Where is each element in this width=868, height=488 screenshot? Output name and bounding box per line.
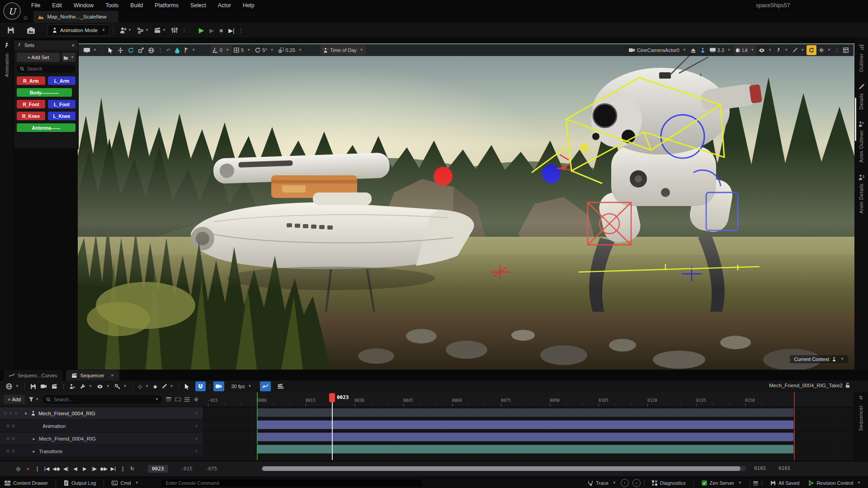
- cine-camera-dropdown[interactable]: CineCameraActor0 ▼: [627, 45, 688, 55]
- dock-tab-outliner[interactable]: Outliner: [859, 44, 864, 72]
- track-list-view-icon[interactable]: [184, 397, 190, 402]
- set-button-l-knee[interactable]: L_Knee: [48, 112, 75, 120]
- transport-button-4[interactable]: ◀◆: [52, 466, 61, 472]
- transport-button-0[interactable]: ◎: [14, 466, 23, 472]
- animation-mode-icon[interactable]: [4, 42, 10, 49]
- transform-section[interactable]: [257, 445, 794, 454]
- diagnostics-button[interactable]: Diagnostics: [647, 478, 690, 488]
- annotate-dropdown[interactable]: ▼: [790, 45, 807, 55]
- rotation-snap-toggle[interactable]: 5° ▼: [253, 45, 276, 55]
- curve-editor-toggle[interactable]: [260, 381, 271, 391]
- create-camera-icon[interactable]: [49, 381, 60, 391]
- level-tab[interactable]: Map_Northe..._ScaleNew: [33, 11, 118, 23]
- skip-to-end-button[interactable]: ▶|: [226, 24, 237, 36]
- play-button[interactable]: ▶: [196, 24, 207, 36]
- sequencer-main-menu[interactable]: ▼: [4, 381, 21, 391]
- show-flags-dropdown[interactable]: ▼: [756, 45, 774, 55]
- grid-snap-toggle[interactable]: 5 ▼: [231, 45, 253, 55]
- set-button-body[interactable]: Body-----------: [17, 88, 72, 97]
- track-search-input[interactable]: [53, 396, 151, 403]
- pilot-actor-dropdown[interactable]: ▼: [182, 45, 198, 55]
- add-section-icon[interactable]: +: [195, 448, 198, 455]
- unreal-logo-icon[interactable]: U: [3, 2, 21, 20]
- transport-button-11[interactable]: ]: [118, 466, 127, 471]
- keyframe-options-dropdown[interactable]: ▼: [112, 381, 129, 391]
- set-button-l-arm[interactable]: L_Arm: [48, 76, 75, 85]
- viewport-settings-dropdown[interactable]: ▼: [816, 45, 833, 55]
- perspective-dropdown[interactable]: Time of Day ▼: [321, 45, 366, 55]
- eject-camera-icon[interactable]: [689, 45, 698, 55]
- dock-tab-anim-details[interactable]: Anim Details: [859, 174, 864, 214]
- fps-dropdown[interactable]: 30 fps ▼: [229, 381, 254, 391]
- viewport-overflow-kebab[interactable]: ⋮: [833, 47, 841, 53]
- console-command-input[interactable]: [165, 480, 418, 486]
- close-icon[interactable]: ✕: [111, 373, 114, 378]
- cycle-transform-gizmo-button[interactable]: [807, 45, 816, 55]
- shot-track-icon[interactable]: [275, 381, 286, 391]
- view-range-start[interactable]: -015: [181, 466, 193, 472]
- menu-actor[interactable]: Actor: [212, 2, 237, 9]
- camera-lock-toggle[interactable]: [213, 381, 224, 391]
- lane-rig[interactable]: [203, 407, 854, 419]
- section-bar[interactable]: [257, 408, 794, 417]
- render-movie-icon[interactable]: [38, 381, 49, 391]
- add-actor-dropdown[interactable]: ▼: [117, 24, 134, 36]
- menu-build[interactable]: Build: [124, 2, 149, 9]
- set-button-l-foot[interactable]: L_Foot: [48, 100, 75, 108]
- dock-tab-anim-outliner[interactable]: Anim Outliner: [859, 121, 864, 163]
- sequencer-timeline[interactable]: -015000000150030004500600075009001050120…: [203, 392, 854, 460]
- scale-tool-icon[interactable]: [136, 45, 146, 55]
- playback-start-marker[interactable]: [257, 392, 258, 460]
- dock-tab-details[interactable]: Details: [859, 84, 864, 109]
- expand-caret-icon[interactable]: ▸: [32, 436, 36, 441]
- zoom-range-icon[interactable]: ⇅: [859, 395, 863, 401]
- select-tool-icon[interactable]: [106, 45, 115, 55]
- rig-section[interactable]: [257, 432, 794, 441]
- mesh-paint-icon[interactable]: [173, 45, 182, 55]
- transport-button-3[interactable]: |◀: [42, 466, 52, 472]
- sequencer-kebab[interactable]: ⋮: [60, 384, 67, 389]
- snap-actor-icon[interactable]: ↶: [164, 45, 173, 55]
- transport-button-5[interactable]: ◀|: [61, 466, 71, 472]
- tab-sequencer-curves[interactable]: Sequenc...Curves: [4, 370, 62, 380]
- track-row-transform[interactable]: ▸ Transform +: [0, 445, 203, 458]
- set-button-r-foot[interactable]: R_Foot: [17, 100, 45, 108]
- cmd-dropdown[interactable]: Cmd ▼: [107, 478, 143, 488]
- set-button-r-knee[interactable]: R_Knee: [17, 112, 45, 120]
- transport-button-8[interactable]: |▶: [90, 466, 99, 472]
- auto-key-toggle[interactable]: ◆: [151, 381, 159, 391]
- unlock-icon[interactable]: [845, 383, 850, 388]
- transport-button-9[interactable]: ◆▶: [99, 466, 108, 472]
- track-search-box[interactable]: ▼: [42, 395, 162, 404]
- menu-window[interactable]: Window: [68, 2, 99, 9]
- level-viewport[interactable]: ▼ ⋮ ↶ ▼: [78, 43, 854, 370]
- editor-utility-icon[interactable]: [169, 24, 180, 36]
- transport-button-1[interactable]: ●: [23, 465, 33, 472]
- add-section-icon[interactable]: +: [195, 436, 198, 442]
- add-track-button[interactable]: + Add: [4, 395, 25, 404]
- game-view-dropdown[interactable]: ▼: [774, 45, 790, 55]
- playback-end-marker[interactable]: [794, 392, 795, 460]
- transport-button-2[interactable]: [: [33, 466, 42, 471]
- home-icon[interactable]: ⌂: [24, 14, 27, 21]
- scrollbar-thumb[interactable]: [262, 466, 741, 471]
- lane-rig-sub[interactable]: [203, 431, 854, 444]
- view-options-dropdown[interactable]: ▼: [94, 381, 112, 391]
- menu-edit[interactable]: Edit: [46, 2, 68, 9]
- all-saved-button[interactable]: All Saved: [766, 478, 804, 488]
- mute-tracks-icon[interactable]: [175, 398, 181, 401]
- menu-select[interactable]: Select: [184, 2, 212, 9]
- sets-search-box[interactable]: [17, 65, 75, 73]
- possess-pawn-icon[interactable]: [698, 45, 708, 55]
- transport-button-10[interactable]: ▶|: [108, 466, 118, 472]
- surface-snap-toggle[interactable]: 0 ▼: [210, 45, 231, 55]
- expand-caret-icon[interactable]: ▸: [32, 449, 36, 454]
- set-button-r-arm[interactable]: R_Arm: [17, 76, 45, 85]
- toolbar-overflow-kebab[interactable]: ⋮: [180, 28, 188, 33]
- animation-section[interactable]: [257, 420, 794, 429]
- add-set-button[interactable]: + Add Set: [17, 53, 60, 62]
- keyframe-settings-dropdown[interactable]: ◇ ▼: [136, 381, 151, 391]
- view-mode-dropdown[interactable]: Lit ▼: [733, 45, 757, 55]
- snap-options-kebab[interactable]: ⋮: [206, 384, 213, 389]
- set-save-dropdown[interactable]: ▼: [62, 53, 75, 62]
